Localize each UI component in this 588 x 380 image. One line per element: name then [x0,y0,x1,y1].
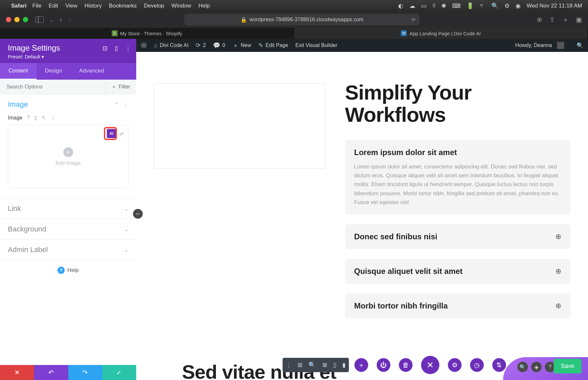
add-image-button[interactable]: ＋ [63,147,73,157]
minimize-window[interactable] [14,17,20,22]
more-icon[interactable]: ⋮ [123,102,128,108]
sidebar-toggle-icon[interactable] [35,16,44,23]
filter-button[interactable]: ＋Filter [105,80,136,94]
phone-icon[interactable]: ▮ [342,361,346,369]
menu-history[interactable]: History [85,3,102,9]
tab-design[interactable]: Design [37,63,71,80]
section-toggle[interactable]: Image ⌃⋮ [8,100,128,109]
menu-develop[interactable]: Develop [144,3,164,9]
search-icon[interactable]: 🔍 [491,2,498,9]
browser-tab[interactable]: W App Landing Page | Divi Code AI [294,28,588,39]
wireframe-icon[interactable]: ⊞ [298,361,302,369]
confirm-button[interactable]: ✓ [102,365,136,380]
browser-tab[interactable]: S My Store - Themes · Shopify [0,28,294,39]
app-name[interactable]: Safari [11,3,26,9]
back-button[interactable]: ‹ [60,15,62,24]
highlight-annotation [104,127,117,140]
preset-selector[interactable]: Preset: Default ▾ [8,54,128,60]
menu-view[interactable]: View [65,3,77,9]
section-background[interactable]: Background⌄ [0,219,136,240]
desktop-icon[interactable]: 🖥 [321,362,327,369]
exit-visual-builder[interactable]: Exit Visual Builder [295,42,337,48]
more-icon[interactable]: ⋮ [286,361,292,369]
more-icon[interactable]: ⋮ [125,45,131,52]
menu-window[interactable]: Window [172,3,191,9]
howdy-user[interactable]: Howdy, Deanna [515,42,564,49]
layers-tool[interactable]: ◈ [531,362,542,372]
expand-icon[interactable]: ⊕ [555,232,561,241]
responsive-icon[interactable]: ▯ [115,45,118,52]
tab-advanced[interactable]: Advanced [71,63,112,80]
zoom-icon[interactable]: 🔍 [308,361,316,369]
battery-icon[interactable]: 🔋 [466,2,474,9]
tablet-icon[interactable]: ▯ [333,361,336,369]
download-icon[interactable]: ⊕ [537,16,542,24]
section-admin-label[interactable]: Admin Label⌄ [0,240,136,260]
accordion-item[interactable]: Morbi tortor nibh fringilla⊕ [345,293,570,318]
menu-bookmarks[interactable]: Bookmarks [109,3,137,9]
settings-icon[interactable]: ⇄ [119,131,123,137]
status-icon[interactable]: ◐ [398,2,403,9]
close-builder-button[interactable]: ✕ [421,356,439,374]
cursor-icon[interactable]: ↖ [42,115,46,121]
sort-button[interactable]: ⇅ [492,358,506,372]
settings-button[interactable]: ⚙ [448,358,462,372]
history-button[interactable]: ◷ [470,358,484,372]
forward-button[interactable]: › [69,15,71,24]
add-button[interactable]: ＋ [354,358,368,372]
undo-button[interactable]: ↶ [34,365,68,380]
search-icon[interactable]: 🔍 [577,42,583,49]
collapse-sidebar-handle[interactable]: ↔ [133,209,143,219]
page-headline[interactable]: Simplify Your Workflows [345,81,570,126]
keyboard-icon[interactable]: ⌨ [452,2,461,9]
folder-icon[interactable]: ▭ [421,2,427,9]
bluetooth-icon[interactable]: ✱ [441,2,446,9]
close-window[interactable] [6,17,11,22]
hover-icon[interactable]: ⊡ [103,45,107,52]
tab-content[interactable]: Content [0,63,37,80]
window-controls[interactable] [6,17,28,22]
phone-icon[interactable]: ▯ [34,115,37,121]
accordion: Lorem ipsum dolor sit amet Lorem ipsum d… [345,140,570,318]
delete-button[interactable]: 🗑 [399,358,413,372]
wp-logo[interactable]: ⓦ [141,41,147,49]
image-module-placeholder[interactable] [154,83,325,169]
expand-icon[interactable]: ⊕ [555,267,561,276]
more-icon[interactable]: ⋮ [51,115,56,121]
power-button[interactable]: ⏻ [377,358,390,372]
comments-link[interactable]: 💬0 [213,42,225,49]
clock[interactable]: Wed Nov 22 11:18 AM [527,3,582,9]
siri-icon[interactable]: ◉ [515,2,521,9]
save-button[interactable]: Save [554,359,581,373]
updates-link[interactable]: ⟳2 [196,42,206,49]
cancel-button[interactable]: ✕ [0,365,34,380]
status-icon[interactable]: ☁ [409,2,415,9]
chevron-down-icon[interactable]: ⌄ [49,16,54,23]
control-center-icon[interactable]: ⚙ [504,2,510,9]
site-link[interactable]: ⌂Divi Code AI [154,42,188,49]
search-tool[interactable]: 🔍 [517,362,528,372]
share-icon[interactable]: ⇪ [549,16,555,24]
reload-icon[interactable]: ⟳ [411,17,416,23]
help-icon[interactable]: ? [27,115,30,121]
new-link[interactable]: ＋New [233,41,251,49]
search-input[interactable] [0,80,105,94]
accordion-item[interactable]: Quisque aliquet velit sit amet⊕ [345,259,570,284]
address-bar[interactable]: 🔒 wordpress-784896-3788616.cloudwaysapps… [184,14,419,25]
image-drop-area[interactable]: AI ⇄ ＋ Add Image [8,125,128,188]
wifi-icon[interactable]: ᯤ [480,2,485,9]
accordion-item[interactable]: Donec sed finibus nisi⊕ [345,224,570,249]
help-link[interactable]: ?Help [0,260,136,280]
expand-icon[interactable]: ⊕ [555,302,561,310]
menu-help[interactable]: Help [198,3,210,9]
redo-button[interactable]: ↷ [68,365,102,380]
airdrop-icon[interactable]: ◊ [433,2,435,9]
edit-page-link[interactable]: ✎Edit Page [258,42,288,49]
menu-file[interactable]: File [32,3,41,9]
new-tab-icon[interactable]: ＋ [562,15,569,24]
maximize-window[interactable] [23,17,28,22]
menu-edit[interactable]: Edit [49,3,58,9]
tabs-icon[interactable]: ▣ [576,16,582,24]
accordion-item[interactable]: Lorem ipsum dolor sit amet Lorem ipsum d… [345,140,570,214]
section-link[interactable]: Link⌄ [0,198,136,219]
